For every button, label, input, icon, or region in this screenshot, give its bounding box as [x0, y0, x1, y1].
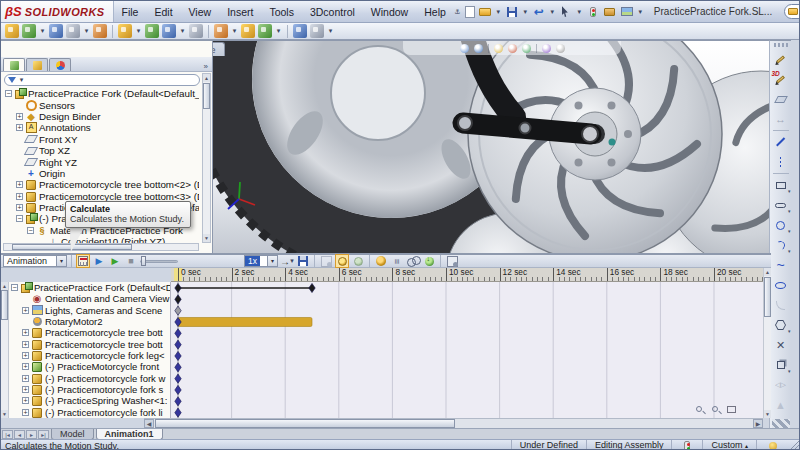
motion-tree-scrollbar[interactable]: ▲ ▼: [1, 282, 9, 418]
tab-configurationmanager[interactable]: [49, 58, 71, 71]
spring-button[interactable]: ≡: [390, 254, 404, 268]
select-icon[interactable]: [559, 5, 573, 19]
feature-tree-item[interactable]: +Annotations: [3, 122, 199, 133]
menu-3dcontrol[interactable]: 3Dcontrol: [302, 6, 363, 18]
tree-expander-icon[interactable]: +: [16, 113, 23, 120]
motion-tree-item[interactable]: +(-) PracticeMotorcycle front: [10, 361, 171, 372]
feature-tree-item[interactable]: Front XY: [3, 134, 199, 145]
tab-propertymanager[interactable]: [26, 58, 48, 71]
combo-dropdown-icon[interactable]: ▾: [56, 256, 66, 266]
tree-filter-field[interactable]: ▾: [4, 74, 200, 86]
bill-of-materials-dropdown-icon[interactable]: ▾: [231, 27, 238, 35]
arc-icon[interactable]: ▾: [771, 235, 791, 255]
open-icon[interactable]: [478, 5, 492, 19]
play-button[interactable]: ▶: [108, 254, 122, 268]
tree-expander-icon[interactable]: +: [16, 124, 23, 131]
show-hidden-components-dropdown-icon[interactable]: ▾: [135, 27, 142, 35]
insert-components-icon[interactable]: [5, 24, 19, 38]
timeline-ruler[interactable]: 0 sec2 sec4 sec6 sec8 sec10 sec12 sec14 …: [171, 268, 763, 282]
briefcase-icon[interactable]: [603, 5, 617, 19]
timeline-key[interactable]: [175, 295, 181, 304]
nav-prev-button[interactable]: ◂: [14, 430, 25, 439]
reference-geometry-icon[interactable]: [162, 24, 176, 38]
graphics-viewport[interactable]: [213, 40, 769, 253]
feature-tree-item[interactable]: Top XZ: [3, 145, 199, 156]
menu-insert[interactable]: Insert: [219, 6, 261, 18]
feature-tree-item[interactable]: Right YZ: [3, 156, 199, 167]
menu-tools[interactable]: Tools: [261, 6, 302, 18]
units-selector[interactable]: Custom ▴: [702, 440, 756, 450]
slider-thumb[interactable]: [141, 256, 146, 266]
explode-line-sketch-icon[interactable]: [258, 24, 272, 38]
motor-duration-bar[interactable]: [178, 317, 312, 326]
search-scope-icon[interactable]: [788, 8, 798, 15]
exploded-view-icon[interactable]: [241, 24, 255, 38]
scroll-left-icon[interactable]: ◀: [144, 419, 154, 428]
timeline-horizontal-scrollbar[interactable]: ◀ ▶: [144, 418, 763, 428]
features-pyramid-icon[interactable]: ▲: [771, 395, 791, 415]
sketch-fillet-icon[interactable]: [771, 295, 791, 315]
timeline-key[interactable]: [175, 397, 181, 406]
3d-sketch-icon[interactable]: 3D: [771, 69, 791, 89]
motor-button[interactable]: [374, 254, 388, 268]
mate-icon[interactable]: [22, 24, 36, 38]
motion-tree-item[interactable]: +(-) Practicemotorcycle fork w: [10, 373, 171, 384]
tree-expander-icon[interactable]: +: [22, 397, 29, 404]
select-dropdown-icon[interactable]: ▾: [576, 8, 583, 16]
line-icon[interactable]: [771, 132, 791, 152]
tab-animation1[interactable]: Animation1: [96, 429, 163, 440]
scroll-down-icon[interactable]: ▼: [764, 410, 771, 418]
timeline-position-slider[interactable]: [140, 255, 178, 267]
tree-expander-icon[interactable]: +: [22, 363, 29, 370]
timeline-key[interactable]: [175, 340, 181, 349]
tree-expander-icon[interactable]: +: [22, 329, 29, 336]
feature-tree-vertical-scrollbar[interactable]: ▲ ▼: [202, 73, 211, 243]
appearance-icon[interactable]: [542, 44, 551, 53]
tree-expander-icon[interactable]: −: [16, 215, 23, 222]
undo-dropdown-icon[interactable]: ▾: [549, 8, 556, 16]
timeline-key[interactable]: [175, 329, 181, 338]
smart-dimension-icon[interactable]: ↔: [771, 109, 791, 129]
zoom-fit-icon[interactable]: [727, 406, 736, 413]
timeline-key[interactable]: [175, 385, 181, 394]
save-icon[interactable]: [505, 5, 519, 19]
calculate-button[interactable]: [76, 254, 90, 268]
motion-tree-item[interactable]: ◉Orientation and Camera View: [10, 293, 171, 304]
play-from-start-button[interactable]: ▶: [92, 254, 106, 268]
instant3d-dropdown-icon[interactable]: ▾: [327, 27, 334, 35]
spline-icon[interactable]: ~: [771, 255, 791, 275]
tree-expander-icon[interactable]: −: [27, 227, 34, 234]
feature-tree-item[interactable]: Sensors: [3, 99, 199, 110]
circle-icon[interactable]: ▾: [771, 215, 791, 235]
save-dropdown-icon[interactable]: ▾: [522, 8, 529, 16]
feature-tree-horizontal-scrollbar[interactable]: [3, 243, 199, 251]
contact-button[interactable]: [406, 254, 420, 268]
timeline-key[interactable]: [175, 306, 181, 315]
motion-tree-item[interactable]: +Practicemotorcycle tree bott: [10, 339, 171, 350]
menu-view[interactable]: View: [181, 6, 220, 18]
reference-geometry-dropdown-icon[interactable]: ▾: [179, 27, 186, 35]
motion-tree-item[interactable]: +(-) PracticeSpring Washer<1:: [10, 395, 171, 406]
scrollbar-thumb[interactable]: [155, 419, 455, 428]
bill-of-materials-icon[interactable]: [214, 24, 228, 38]
filter-dropdown-icon[interactable]: ▾: [18, 76, 25, 84]
playback-mode-button[interactable]: →▾: [280, 254, 294, 268]
centerline-icon[interactable]: [771, 152, 791, 172]
save-animation-button[interactable]: [296, 254, 310, 268]
feature-tree-item[interactable]: +Origin: [3, 168, 199, 179]
move-component-icon[interactable]: [93, 24, 107, 38]
timeline-canvas[interactable]: [171, 282, 763, 418]
tab-featuremanager[interactable]: [3, 58, 25, 71]
motion-tree-item[interactable]: +Practicemotorcycle tree bott: [10, 327, 171, 338]
timeline-key[interactable]: [175, 374, 181, 383]
show-hidden-components-icon[interactable]: [118, 24, 132, 38]
scroll-down-icon[interactable]: ▼: [203, 234, 210, 242]
search-box[interactable]: ▾: [784, 4, 800, 19]
undo-icon[interactable]: ↩: [532, 5, 546, 19]
zoom-out-icon[interactable]: [695, 405, 705, 415]
tree-expander-icon[interactable]: +: [16, 193, 23, 200]
convert-entities-icon[interactable]: ▾: [771, 355, 791, 375]
corner-rectangle-icon[interactable]: ▾: [771, 175, 791, 195]
assembly-features-icon[interactable]: [145, 24, 159, 38]
motion-tree-item[interactable]: +Practicemotorcycle fork leg<: [10, 350, 171, 361]
